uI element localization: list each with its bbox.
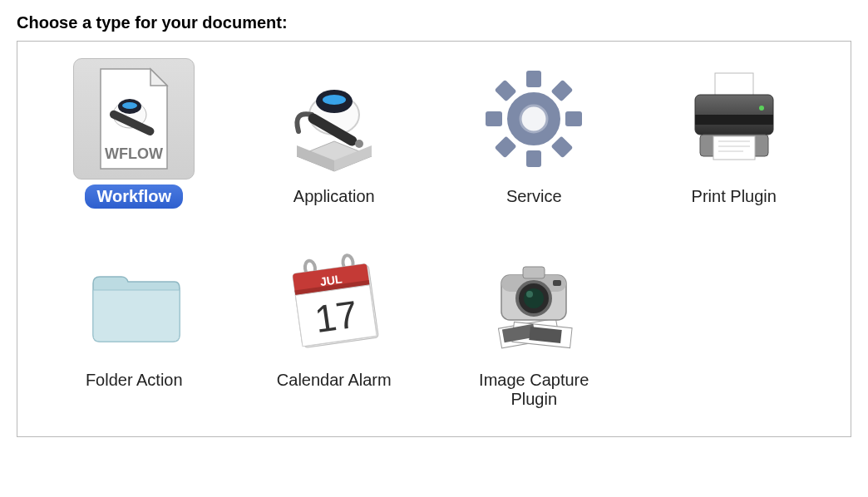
svg-point-48 (526, 291, 533, 298)
svg-rect-17 (495, 80, 517, 102)
type-label: Folder Action (74, 368, 195, 392)
page-title: Choose a type for your document: (17, 13, 851, 32)
type-label: Print Plugin (680, 185, 788, 209)
workflow-icon: WFLOW (73, 58, 195, 180)
type-print-plugin[interactable]: Print Plugin (643, 58, 826, 209)
svg-rect-12 (526, 150, 541, 167)
svg-text:17: 17 (312, 293, 360, 342)
svg-rect-49 (553, 280, 561, 286)
folder-action-icon (73, 242, 195, 363)
type-application[interactable]: Application (243, 58, 427, 209)
svg-rect-15 (551, 80, 574, 102)
svg-point-9 (355, 140, 363, 148)
calendar-alarm-icon: JUL 17 (274, 242, 395, 363)
svg-point-24 (759, 106, 764, 111)
svg-point-2 (122, 102, 137, 109)
svg-rect-11 (526, 71, 541, 87)
type-label: Calendar Alarm (265, 368, 403, 392)
svg-text:WFLOW: WFLOW (105, 145, 163, 162)
image-capture-plugin-icon (473, 242, 594, 363)
svg-rect-13 (486, 111, 502, 126)
type-service[interactable]: Service (442, 58, 626, 209)
svg-point-7 (323, 95, 346, 105)
application-icon (274, 58, 395, 180)
type-calendar-alarm[interactable]: JUL 17 Calendar Alarm (243, 242, 427, 411)
type-label: Application (282, 185, 387, 209)
svg-point-47 (524, 288, 544, 308)
type-label: Workflow (85, 185, 183, 209)
svg-rect-26 (713, 136, 755, 160)
svg-rect-23 (695, 115, 773, 125)
document-type-grid: WFLOW Workflow (17, 41, 851, 437)
print-plugin-icon (673, 58, 795, 180)
type-image-capture-plugin[interactable]: Image Capture Plugin (442, 242, 626, 411)
svg-rect-14 (565, 111, 582, 126)
type-label: Service (495, 185, 574, 209)
type-folder-action[interactable]: Folder Action (42, 242, 226, 411)
svg-rect-16 (495, 136, 517, 159)
svg-rect-45 (523, 267, 545, 278)
type-label: Image Capture Plugin (451, 368, 617, 411)
type-workflow[interactable]: WFLOW Workflow (42, 58, 226, 209)
service-icon (473, 58, 594, 180)
svg-rect-18 (551, 136, 574, 159)
